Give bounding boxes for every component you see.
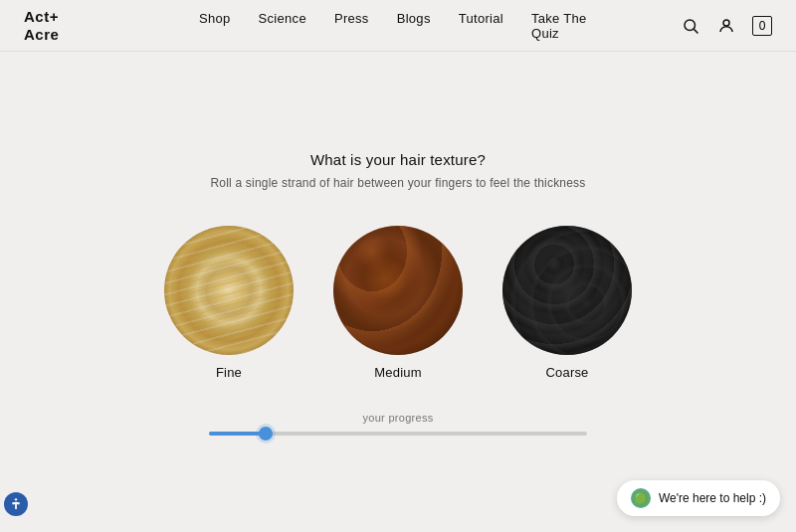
- hair-fine-image: [164, 226, 294, 355]
- cart-icon[interactable]: 0: [752, 16, 772, 36]
- search-icon[interactable]: [681, 16, 700, 36]
- main-nav: Shop Science Press Blogs Tutorial Take T…: [199, 11, 597, 41]
- question-title: What is your hair texture?: [310, 151, 486, 168]
- progress-track[interactable]: [209, 432, 587, 436]
- svg-point-3: [15, 498, 17, 500]
- header: Act+ Acre Shop Science Press Blogs Tutor…: [0, 0, 796, 52]
- hair-options: Fine Medium Coarse: [164, 226, 632, 380]
- progress-fill: [209, 432, 266, 436]
- chat-dot-icon: 🟢: [631, 488, 651, 508]
- main-content: What is your hair texture? Roll a single…: [0, 52, 796, 436]
- chat-widget[interactable]: 🟢 We're here to help :): [617, 480, 780, 516]
- progress-label: your progress: [362, 412, 433, 424]
- question-subtitle: Roll a single strand of hair between you…: [210, 176, 585, 190]
- svg-line-1: [694, 29, 697, 33]
- progress-thumb: [259, 427, 273, 441]
- svg-point-0: [685, 20, 696, 31]
- option-fine[interactable]: Fine: [164, 226, 294, 380]
- hair-medium-image: [333, 226, 463, 355]
- option-medium-label: Medium: [374, 365, 421, 380]
- logo[interactable]: Act+ Acre: [24, 8, 59, 44]
- chat-label: We're here to help :): [659, 491, 766, 505]
- option-fine-label: Fine: [216, 365, 242, 380]
- nav-science[interactable]: Science: [259, 11, 306, 41]
- option-coarse[interactable]: Coarse: [502, 226, 632, 380]
- progress-section: your progress: [209, 412, 587, 436]
- header-icons: 0: [681, 16, 772, 36]
- account-icon[interactable]: [716, 16, 736, 36]
- nav-press[interactable]: Press: [334, 11, 369, 41]
- accessibility-widget[interactable]: [4, 492, 28, 516]
- nav-shop[interactable]: Shop: [199, 11, 231, 41]
- svg-point-2: [723, 20, 729, 26]
- nav-take-the-quiz[interactable]: Take The Quiz: [531, 11, 597, 41]
- hair-coarse-image: [502, 226, 632, 355]
- nav-blogs[interactable]: Blogs: [397, 11, 431, 41]
- option-medium[interactable]: Medium: [333, 226, 463, 380]
- nav-tutorial[interactable]: Tutorial: [459, 11, 503, 41]
- option-coarse-label: Coarse: [545, 365, 588, 380]
